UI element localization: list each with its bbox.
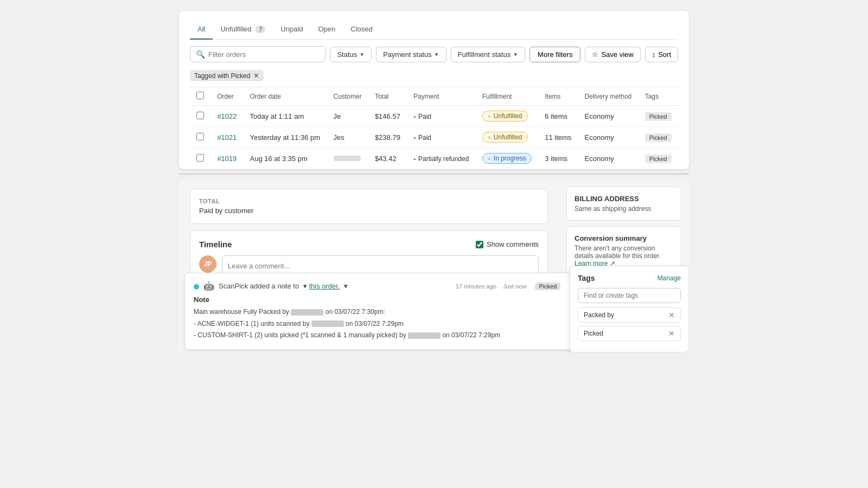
billing-address-card: BILLING ADDRESS Same as shipping address: [566, 187, 681, 221]
fulfillment-status-filter-button[interactable]: Fulfillment status ▼: [451, 47, 525, 62]
note-dot: [194, 284, 199, 290]
payment-status-label: Payment status: [383, 50, 432, 59]
note-event-text: ScanPick added a note to ▾ this order. ▾: [219, 282, 348, 290]
order-delivery: Economy: [578, 148, 639, 169]
tag-chip[interactable]: Picked: [645, 133, 672, 142]
conversion-summary-title: Conversion summary: [575, 234, 673, 242]
remove-tag-filter-icon[interactable]: ✕: [253, 72, 259, 80]
billing-address-title: BILLING ADDRESS: [575, 195, 673, 203]
order-number[interactable]: #1019: [217, 155, 237, 163]
order-payment: Paid: [407, 106, 476, 127]
payment-badge: Paid: [413, 134, 431, 142]
show-comments-label: Show comments: [487, 240, 539, 248]
tab-all[interactable]: All: [190, 20, 213, 40]
save-view-button[interactable]: ☆ Save view: [585, 47, 640, 62]
col-customer: Customer: [327, 87, 368, 106]
tags-panel-title: Tags: [578, 274, 595, 282]
note-time: 17 minutes ago: [456, 283, 496, 290]
select-all-checkbox[interactable]: [196, 92, 204, 99]
order-fulfillment: Unfulfilled: [476, 106, 538, 127]
order-total: $43.42: [368, 148, 407, 169]
tab-open[interactable]: Open: [311, 20, 343, 40]
timeline-header: Timeline Show comments: [199, 240, 539, 249]
order-number[interactable]: #1021: [217, 133, 237, 142]
order-number[interactable]: #1022: [217, 112, 237, 120]
tags-panel: Tags Manage Packed by ✕Picked✕: [570, 266, 689, 352]
unfulfilled-badge: 7: [256, 25, 265, 33]
show-comments-checkbox[interactable]: [476, 241, 483, 248]
order-total: $146.57: [368, 106, 407, 127]
status-filter-button[interactable]: Status ▼: [330, 47, 372, 62]
order-tags: Picked: [639, 148, 678, 169]
col-total: Total: [368, 87, 407, 106]
paid-by-customer: Paid by customer: [199, 207, 253, 215]
sort-button[interactable]: ↕ Sort: [645, 47, 678, 62]
save-view-label: Save view: [601, 50, 633, 59]
status-filter-label: Status: [337, 50, 357, 59]
tag-label: Packed by: [584, 311, 614, 319]
tag-list-item: Packed by ✕: [578, 307, 681, 323]
order-tags: Picked: [639, 127, 678, 148]
fulfillment-badge: Unfulfilled: [482, 111, 528, 121]
order-fulfillment: Unfulfilled: [476, 127, 538, 148]
row-checkbox[interactable]: [196, 154, 204, 162]
orders-table: Order Order date Customer Total Payment …: [190, 87, 678, 169]
payment-badge: Paid: [413, 113, 431, 120]
order-date: Yesterday at 11:36 pm: [243, 127, 327, 148]
toolbar: 🔍 Status ▼ Payment status ▼ Fulfillment …: [190, 40, 678, 67]
row-checkbox[interactable]: [196, 112, 204, 119]
table-row[interactable]: #1019 Aug 16 at 3:35 pm $43.42 Partially…: [190, 148, 678, 169]
table-row[interactable]: #1021 Yesterday at 11:36 pm Jes $238.79 …: [190, 127, 678, 148]
panel-divider: [179, 174, 689, 175]
total-label: Total: [199, 198, 253, 204]
note-badge: Picked: [535, 282, 560, 290]
total-card: Total Paid by customer: [190, 189, 548, 224]
remove-tag-icon[interactable]: ✕: [668, 329, 675, 338]
order-delivery: Economy: [578, 127, 639, 148]
fulfillment-badge: Unfulfilled: [482, 132, 528, 143]
tab-closed[interactable]: Closed: [343, 20, 380, 40]
tag-filter-row: Tagged with Picked ✕: [190, 67, 678, 87]
col-fulfillment: Fulfillment: [476, 87, 538, 106]
order-items: 11 items: [538, 127, 578, 148]
col-payment: Payment: [407, 87, 476, 106]
payment-status-filter-button[interactable]: Payment status ▼: [376, 47, 446, 62]
search-input[interactable]: [208, 50, 320, 59]
order-detail-panel: Total Paid by customer Timeline Show com…: [179, 180, 689, 352]
payment-status-arrow: ▼: [434, 52, 439, 57]
order-payment: Partially refunded: [407, 148, 476, 169]
active-tag-chip[interactable]: Tagged with Picked ✕: [190, 70, 264, 81]
more-filters-button[interactable]: More filters: [529, 47, 580, 62]
order-customer: Jes: [327, 127, 368, 148]
note-order-link[interactable]: this order.: [309, 282, 340, 290]
table-row[interactable]: #1022 Today at 1:11 am Je $146.57 Paid U…: [190, 106, 678, 127]
order-tags: Picked: [639, 106, 678, 127]
order-date: Aug 16 at 3:35 pm: [243, 148, 327, 169]
robot-icon: 🤖: [203, 281, 214, 291]
col-order-date: Order date: [243, 87, 327, 106]
sort-label: Sort: [658, 50, 671, 59]
search-icon: 🔍: [196, 50, 205, 59]
fulfillment-badge: In progress: [482, 153, 532, 164]
order-tabs: All Unfulfilled 7 Unpaid Open Closed: [190, 20, 678, 40]
tab-unfulfilled-label: Unfulfilled: [220, 25, 251, 33]
tab-unfulfilled[interactable]: Unfulfilled 7: [213, 20, 273, 40]
tag-chip[interactable]: Picked: [645, 155, 672, 163]
order-items: 6 items: [538, 106, 578, 127]
tab-unpaid[interactable]: Unpaid: [273, 20, 310, 40]
conversion-summary-text: There aren't any conversion details avai…: [575, 245, 673, 267]
tags-search-input[interactable]: [578, 288, 681, 303]
search-box[interactable]: 🔍: [190, 46, 326, 62]
remove-tag-icon[interactable]: ✕: [668, 311, 675, 319]
user-avatar: JP: [199, 255, 216, 273]
tags-manage-link[interactable]: Manage: [658, 274, 681, 282]
row-checkbox[interactable]: [196, 133, 204, 140]
timeline-title: Timeline: [199, 240, 232, 249]
tag-list-item: Picked✕: [578, 326, 681, 341]
order-date: Today at 1:11 am: [243, 106, 327, 127]
order-fulfillment: In progress: [476, 148, 538, 169]
sort-icon: ↕: [652, 50, 656, 59]
show-comments-row: Show comments: [476, 240, 539, 248]
tag-chip[interactable]: Picked: [645, 112, 672, 121]
col-delivery: Delivery method: [578, 87, 639, 106]
